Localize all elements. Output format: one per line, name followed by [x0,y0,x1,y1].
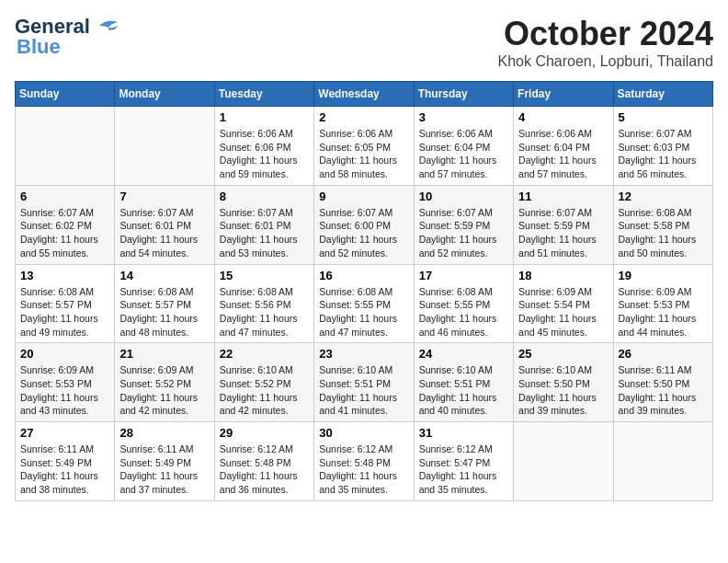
calendar-header: SundayMondayTuesdayWednesdayThursdayFrid… [16,82,713,107]
cell-date-number: 20 [20,347,109,361]
calendar-cell: 3Sunrise: 6:06 AM Sunset: 6:04 PM Daylig… [414,107,513,186]
page-header: General Blue October 2024 Khok Charoen, … [15,15,713,70]
cell-info-text: Sunrise: 6:12 AM Sunset: 5:48 PM Dayligh… [319,442,408,497]
calendar-cell: 28Sunrise: 6:11 AM Sunset: 5:49 PM Dayli… [115,422,214,501]
cell-info-text: Sunrise: 6:11 AM Sunset: 5:50 PM Dayligh… [619,363,708,418]
cell-info-text: Sunrise: 6:07 AM Sunset: 6:01 PM Dayligh… [119,206,209,260]
calendar-cell: 18Sunrise: 6:09 AM Sunset: 5:54 PM Dayli… [514,264,613,343]
cell-info-text: Sunrise: 6:10 AM Sunset: 5:51 PM Dayligh… [419,363,508,418]
cell-date-number: 28 [119,426,209,440]
cell-date-number: 8 [220,190,309,203]
cell-info-text: Sunrise: 6:10 AM Sunset: 5:50 PM Dayligh… [518,363,608,418]
cell-info-text: Sunrise: 6:09 AM Sunset: 5:52 PM Dayligh… [119,363,209,418]
cell-info-text: Sunrise: 6:11 AM Sunset: 5:49 PM Dayligh… [20,442,109,497]
cell-date-number: 9 [319,190,408,203]
logo: General Blue [15,15,121,59]
calendar-cell [16,107,115,186]
cell-info-text: Sunrise: 6:11 AM Sunset: 5:49 PM Dayligh… [119,442,209,497]
cell-date-number: 31 [419,426,508,440]
logo-text-blue: Blue [17,35,61,59]
cell-info-text: Sunrise: 6:09 AM Sunset: 5:54 PM Dayligh… [518,285,608,339]
cell-date-number: 5 [619,110,708,124]
cell-info-text: Sunrise: 6:08 AM Sunset: 5:57 PM Dayligh… [20,285,109,339]
calendar-cell: 13Sunrise: 6:08 AM Sunset: 5:57 PM Dayli… [16,264,115,343]
cell-date-number: 24 [419,347,508,361]
cell-info-text: Sunrise: 6:06 AM Sunset: 6:04 PM Dayligh… [419,127,508,181]
calendar-cell: 17Sunrise: 6:08 AM Sunset: 5:55 PM Dayli… [414,264,513,343]
logo-bird-icon [92,17,121,37]
calendar-cell: 24Sunrise: 6:10 AM Sunset: 5:51 PM Dayli… [414,343,513,422]
header-saturday: Saturday [613,82,712,107]
calendar-cell: 20Sunrise: 6:09 AM Sunset: 5:53 PM Dayli… [16,343,115,422]
calendar-cell: 31Sunrise: 6:12 AM Sunset: 5:47 PM Dayli… [414,422,513,501]
cell-date-number: 13 [20,269,109,282]
cell-date-number: 17 [419,269,508,282]
cell-date-number: 27 [20,426,109,440]
calendar-cell: 21Sunrise: 6:09 AM Sunset: 5:52 PM Dayli… [115,343,214,422]
cell-info-text: Sunrise: 6:09 AM Sunset: 5:53 PM Dayligh… [20,363,109,418]
cell-info-text: Sunrise: 6:10 AM Sunset: 5:52 PM Dayligh… [220,363,309,418]
location-subtitle: Khok Charoen, Lopburi, Thailand [497,53,713,70]
title-area: October 2024 Khok Charoen, Lopburi, Thai… [497,15,713,70]
cell-date-number: 7 [119,190,209,203]
week-row-2: 6Sunrise: 6:07 AM Sunset: 6:02 PM Daylig… [16,185,713,264]
calendar-cell: 16Sunrise: 6:08 AM Sunset: 5:55 PM Dayli… [314,264,414,343]
cell-date-number: 15 [220,269,309,282]
cell-info-text: Sunrise: 6:07 AM Sunset: 5:59 PM Dayligh… [518,206,608,260]
calendar-cell: 22Sunrise: 6:10 AM Sunset: 5:52 PM Dayli… [214,343,313,422]
calendar-cell: 27Sunrise: 6:11 AM Sunset: 5:49 PM Dayli… [16,422,115,501]
cell-date-number: 6 [20,190,109,203]
cell-date-number: 12 [619,190,708,203]
cell-info-text: Sunrise: 6:08 AM Sunset: 5:56 PM Dayligh… [220,285,309,339]
cell-info-text: Sunrise: 6:12 AM Sunset: 5:48 PM Dayligh… [220,442,309,497]
calendar-cell: 25Sunrise: 6:10 AM Sunset: 5:50 PM Dayli… [514,343,613,422]
calendar-body: 1Sunrise: 6:06 AM Sunset: 6:06 PM Daylig… [16,107,713,501]
calendar-cell: 30Sunrise: 6:12 AM Sunset: 5:48 PM Dayli… [314,422,414,501]
cell-info-text: Sunrise: 6:06 AM Sunset: 6:05 PM Dayligh… [319,127,408,181]
calendar-cell: 15Sunrise: 6:08 AM Sunset: 5:56 PM Dayli… [214,264,313,343]
header-wednesday: Wednesday [314,82,414,107]
calendar-cell [115,107,214,186]
calendar-table: SundayMondayTuesdayWednesdayThursdayFrid… [15,81,713,501]
week-row-4: 20Sunrise: 6:09 AM Sunset: 5:53 PM Dayli… [16,343,713,422]
calendar-cell: 8Sunrise: 6:07 AM Sunset: 6:01 PM Daylig… [214,185,313,264]
calendar-cell [613,422,712,501]
calendar-cell: 4Sunrise: 6:06 AM Sunset: 6:04 PM Daylig… [514,107,613,186]
calendar-cell: 2Sunrise: 6:06 AM Sunset: 6:05 PM Daylig… [314,107,414,186]
calendar-cell: 9Sunrise: 6:07 AM Sunset: 6:00 PM Daylig… [314,185,414,264]
cell-date-number: 25 [518,347,608,361]
header-row: SundayMondayTuesdayWednesdayThursdayFrid… [16,82,713,107]
header-tuesday: Tuesday [214,82,313,107]
cell-date-number: 16 [319,269,408,282]
cell-info-text: Sunrise: 6:12 AM Sunset: 5:47 PM Dayligh… [419,442,508,497]
cell-info-text: Sunrise: 6:06 AM Sunset: 6:06 PM Dayligh… [220,127,309,181]
cell-date-number: 22 [220,347,309,361]
calendar-cell: 7Sunrise: 6:07 AM Sunset: 6:01 PM Daylig… [115,185,214,264]
cell-date-number: 14 [119,269,209,282]
cell-date-number: 21 [119,347,209,361]
cell-info-text: Sunrise: 6:09 AM Sunset: 5:53 PM Dayligh… [619,285,708,339]
cell-info-text: Sunrise: 6:08 AM Sunset: 5:57 PM Dayligh… [119,285,209,339]
cell-info-text: Sunrise: 6:08 AM Sunset: 5:58 PM Dayligh… [619,206,708,260]
header-friday: Friday [514,82,613,107]
calendar-cell: 6Sunrise: 6:07 AM Sunset: 6:02 PM Daylig… [16,185,115,264]
cell-info-text: Sunrise: 6:10 AM Sunset: 5:51 PM Dayligh… [319,363,408,418]
cell-date-number: 23 [319,347,408,361]
calendar-cell: 5Sunrise: 6:07 AM Sunset: 6:03 PM Daylig… [613,107,712,186]
week-row-3: 13Sunrise: 6:08 AM Sunset: 5:57 PM Dayli… [16,264,713,343]
cell-date-number: 2 [319,110,408,124]
week-row-1: 1Sunrise: 6:06 AM Sunset: 6:06 PM Daylig… [16,107,713,186]
cell-date-number: 3 [419,110,508,124]
cell-info-text: Sunrise: 6:08 AM Sunset: 5:55 PM Dayligh… [319,285,408,339]
calendar-cell: 1Sunrise: 6:06 AM Sunset: 6:06 PM Daylig… [214,107,313,186]
calendar-cell: 29Sunrise: 6:12 AM Sunset: 5:48 PM Dayli… [214,422,313,501]
calendar-cell: 12Sunrise: 6:08 AM Sunset: 5:58 PM Dayli… [613,185,712,264]
calendar-cell: 14Sunrise: 6:08 AM Sunset: 5:57 PM Dayli… [115,264,214,343]
calendar-cell: 10Sunrise: 6:07 AM Sunset: 5:59 PM Dayli… [414,185,513,264]
header-monday: Monday [115,82,214,107]
header-sunday: Sunday [16,82,115,107]
cell-date-number: 26 [619,347,708,361]
cell-info-text: Sunrise: 6:07 AM Sunset: 6:03 PM Dayligh… [619,127,708,181]
week-row-5: 27Sunrise: 6:11 AM Sunset: 5:49 PM Dayli… [16,422,713,501]
calendar-cell [514,422,613,501]
